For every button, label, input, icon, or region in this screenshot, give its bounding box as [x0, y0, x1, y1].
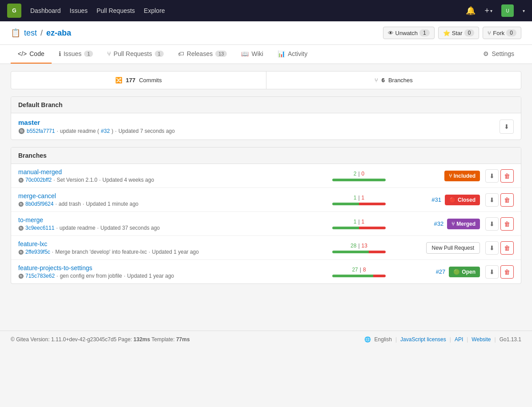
branch-name[interactable]: to-merge	[18, 216, 327, 223]
star-button[interactable]: ⭐ Star 0	[438, 27, 480, 39]
commit-hash[interactable]: 715c783e62	[25, 273, 55, 279]
unwatch-button[interactable]: 👁 Unwatch 1	[383, 27, 435, 39]
default-branch-download[interactable]: ⬇	[500, 120, 514, 134]
branch-name[interactable]: merge-cancel	[18, 192, 327, 200]
progress-bar	[332, 251, 386, 253]
api-link[interactable]: API	[455, 336, 463, 343]
tab-activity[interactable]: 📊 Activity	[270, 45, 314, 64]
branch-status: #32⑂Merged	[391, 219, 480, 229]
open-badge: 🟢Open	[449, 267, 480, 277]
plus-button[interactable]: + ▾	[484, 6, 492, 16]
branch-actions: ⬇🗑	[485, 193, 514, 207]
commit-hash[interactable]: 70c002bff2	[25, 177, 52, 183]
globe-icon: 🌐	[364, 336, 371, 343]
branch-meta: 🔘 2ffe939f5c · Merge branch 'develop' in…	[18, 249, 327, 255]
default-branch-section: Default Branch master 🔘 b552fa7771 · upd…	[11, 96, 521, 140]
tab-code[interactable]: </> Code	[11, 45, 52, 64]
delete-button[interactable]: 🗑	[500, 265, 514, 279]
delete-button[interactable]: 🗑	[500, 217, 514, 231]
issues-badge: 1	[84, 51, 93, 57]
fork-count: 0	[506, 29, 516, 36]
tab-releases[interactable]: 🏷 Releases 13	[171, 45, 234, 64]
wiki-icon: 📖	[241, 50, 249, 57]
branch-progress: 1|1	[332, 219, 386, 229]
download-button[interactable]: ⬇	[485, 241, 499, 255]
language-label: English	[375, 336, 392, 343]
closed-icon: 🔴	[449, 197, 456, 203]
branch-meta: 🔘 715c783e62 · gen config env from jobfi…	[18, 273, 327, 279]
branch-status: #27🟢Open	[391, 267, 480, 277]
default-commit-pr[interactable]: #32	[101, 128, 110, 134]
behind-count: 13	[362, 243, 367, 249]
repo-path: 📋 test / ez-aba	[11, 28, 71, 38]
commits-icon: 🔀	[115, 77, 122, 84]
tab-pull-requests[interactable]: ⑂ Pull Requests 1	[100, 45, 171, 64]
branch-status: #31🔴Closed	[391, 195, 480, 205]
stats-bar: 🔀 177 Commits ⑂ 6 Branches	[11, 71, 521, 89]
branch-name[interactable]: feature-projects-to-settings	[18, 264, 327, 271]
nav-issues[interactable]: Issues	[70, 7, 88, 14]
delete-button[interactable]: 🗑	[500, 193, 514, 207]
eye-icon: 👁	[388, 30, 394, 36]
commit-hash[interactable]: 3c9eec6111	[25, 225, 54, 231]
gitea-logo[interactable]: G	[7, 4, 21, 18]
top-nav: G Dashboard Issues Pull Requests Explore…	[0, 0, 532, 21]
commits-stat[interactable]: 🔀 177 Commits	[11, 72, 266, 89]
pr-link[interactable]: #31	[431, 196, 441, 203]
branches-stat[interactable]: ⑂ 6 Branches	[266, 72, 521, 89]
download-button[interactable]: ⬇	[485, 193, 499, 207]
user-menu-arrow[interactable]: ▾	[523, 8, 525, 13]
behind-count: 1	[362, 195, 365, 201]
branch-meta: 🔘 70c002bff2 · Set Version 2.1.0 · Updat…	[18, 177, 327, 183]
tag-icon: 🏷	[178, 50, 184, 57]
branch-progress: 27|8	[332, 267, 386, 277]
main-content: 🔀 177 Commits ⑂ 6 Branches Default Branc…	[0, 64, 532, 331]
delete-button[interactable]: 🗑	[500, 169, 514, 183]
footer-links: 🌐 English | JavaScript licenses | API | …	[364, 336, 521, 343]
commit-hash[interactable]: 2ffe939f5c	[25, 249, 50, 255]
bell-icon[interactable]: 🔔	[466, 6, 476, 16]
branch-row: feature-lxc🔘 2ffe939f5c · Merge branch '…	[11, 236, 521, 260]
fork-icon: ⑂	[488, 30, 491, 36]
tab-settings[interactable]: ⚙ Settings	[476, 45, 521, 64]
delete-button[interactable]: 🗑	[500, 241, 514, 255]
commit-dot-icon: 🔘	[18, 128, 25, 134]
star-count: 0	[464, 29, 475, 36]
branch-name[interactable]: feature-lxc	[18, 240, 327, 247]
branch-info: merge-cancel🔘 8b0d5f9624 · add trash · U…	[18, 192, 327, 207]
repo-name-link[interactable]: ez-aba	[46, 28, 71, 38]
tab-issues[interactable]: ℹ Issues 1	[52, 45, 101, 64]
pr-link[interactable]: #27	[436, 268, 446, 275]
branch-info: feature-lxc🔘 2ffe939f5c · Merge branch '…	[18, 240, 327, 255]
progress-bar	[332, 203, 386, 205]
tab-wiki[interactable]: 📖 Wiki	[234, 45, 270, 64]
activity-icon: 📊	[278, 50, 285, 57]
pr-icon: ⑂	[107, 50, 111, 57]
commit-hash[interactable]: 8b0d5f9624	[25, 201, 53, 207]
download-button[interactable]: ⬇	[485, 217, 499, 231]
nav-pull-requests[interactable]: Pull Requests	[97, 7, 135, 14]
nav-dashboard[interactable]: Dashboard	[30, 7, 61, 14]
nav-explore[interactable]: Explore	[144, 7, 165, 14]
merged-icon: ⑂	[451, 221, 455, 227]
js-licenses-link[interactable]: JavaScript licenses	[400, 336, 446, 343]
download-button[interactable]: ⬇	[485, 169, 499, 183]
branch-name[interactable]: manual-merged	[18, 168, 327, 176]
updated-time: Updated 1 minute ago	[86, 201, 138, 207]
pr-link[interactable]: #32	[434, 220, 444, 227]
website-link[interactable]: Website	[472, 336, 491, 343]
download-button[interactable]: ⬇	[485, 265, 499, 279]
ahead-count: 27	[352, 267, 358, 273]
footer-version: © Gitea Version: 1.11.0+dev-42-g23045c7d…	[11, 336, 190, 343]
repo-owner-link[interactable]: test	[24, 28, 37, 38]
included-badge: ⑂Included	[444, 171, 480, 181]
branch-status: New Pull Request	[391, 242, 480, 254]
user-avatar[interactable]: U	[501, 4, 514, 17]
default-commit-hash[interactable]: b552fa7771	[27, 128, 55, 134]
branch-meta: 🔘 3c9eec6111 · update readme · Updated 3…	[18, 225, 327, 231]
branches-count: 6	[382, 77, 385, 84]
new-pr-button[interactable]: New Pull Request	[426, 242, 480, 254]
unwatch-count: 1	[419, 29, 430, 36]
fork-button[interactable]: ⑂ Fork 0	[483, 27, 521, 39]
default-branch-name[interactable]: master	[18, 119, 494, 126]
